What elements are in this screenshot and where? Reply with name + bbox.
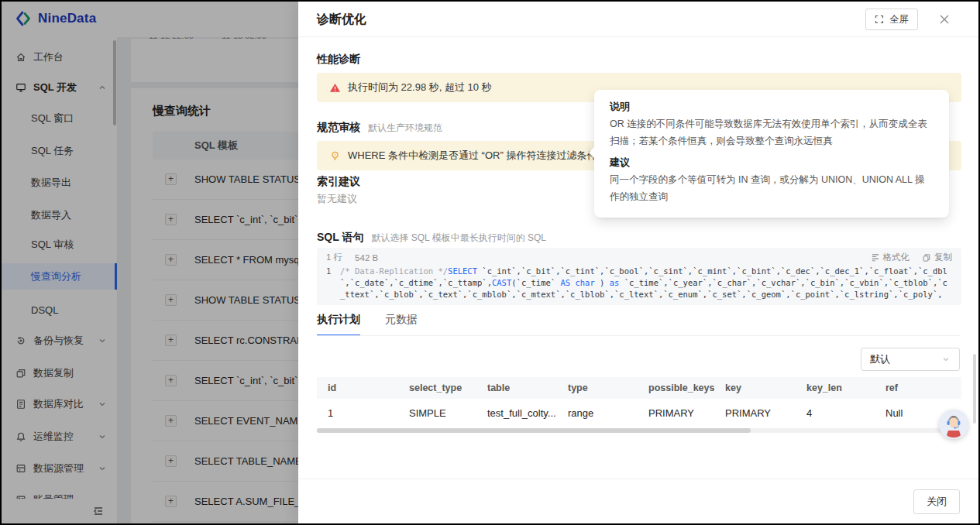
- col-id: id: [317, 383, 398, 393]
- format-label: 格式化: [883, 252, 910, 263]
- drawer-header: 诊断优化 全屏: [298, 2, 978, 37]
- sql-title: SQL 语句: [317, 231, 363, 243]
- review-title: 规范审核: [317, 121, 360, 133]
- sql-comment: /* Data-Replication */: [340, 266, 448, 276]
- line-number: 1: [326, 266, 340, 300]
- code-size: 542 B: [355, 253, 378, 262]
- cell-type: range: [557, 407, 638, 419]
- drawer-footer: 关闭: [298, 479, 978, 523]
- section-title-sql: SQL 语句默认选择 SQL 模板中最长执行时间的 SQL: [317, 231, 546, 245]
- col-table: table: [476, 383, 557, 393]
- drawer-scrollbar-thumb[interactable]: [973, 354, 976, 424]
- section-title-index: 索引建议: [317, 175, 360, 189]
- sql-keyword: AS char: [560, 278, 594, 287]
- tabs-divider: [317, 335, 960, 336]
- diagnosis-drawer: 诊断优化 全屏 性能诊断 执行时间为 22.98 秒, 超过 10 秒 规范审核…: [298, 2, 978, 523]
- plan-mode-select[interactable]: 默认: [861, 348, 960, 371]
- horizontal-scrollbar-thumb[interactable]: [317, 428, 751, 433]
- warning-triangle-icon: [329, 82, 341, 94]
- sql-keyword: CAST: [492, 278, 511, 287]
- col-possible-keys: possible_keys: [638, 383, 714, 393]
- col-type: type: [557, 383, 638, 393]
- tooltip-heading-advice: 建议: [610, 156, 934, 170]
- plan-table-header: id select_type table type possible_keys …: [317, 377, 961, 399]
- review-alert-text: WHERE 条件中检测是否通过 “OR” 操作符连接过滤条件: [348, 149, 597, 163]
- copy-icon: [922, 253, 931, 262]
- col-key: key: [714, 383, 796, 393]
- review-subtitle: 默认生产环境规范: [368, 122, 442, 133]
- drawer-title: 诊断优化: [317, 12, 366, 28]
- section-title-performance: 性能诊断: [317, 53, 360, 67]
- sql-keyword: as: [610, 278, 620, 287]
- sql-code-block: 1 行 542 B 格式化 复制 1 /* Data-Replication *…: [317, 248, 961, 305]
- chevron-down-icon: [941, 355, 951, 364]
- cell-table: test_full_colty...: [476, 407, 557, 419]
- performance-alert-text: 执行时间为 22.98 秒, 超过 10 秒: [348, 81, 492, 94]
- rule-tooltip: 说明 OR 连接的不同条件可能导致数据库无法有效使用单个索引，从而变成全表扫描；…: [594, 90, 949, 218]
- index-empty-text: 暂无建议: [317, 192, 357, 206]
- section-title-review: 规范审核默认生产环境规范: [317, 121, 442, 135]
- col-key-len: key_len: [796, 383, 875, 393]
- format-icon: [871, 253, 880, 262]
- code-body: 1 /* Data-Replication */SELECT `c_int`,`…: [317, 266, 961, 300]
- cell-possible-keys: PRIMARY: [638, 407, 714, 419]
- support-avatar-icon: [939, 410, 968, 439]
- col-select-type: select_type: [398, 383, 476, 393]
- code-header: 1 行 542 B 格式化 复制: [317, 248, 961, 266]
- copy-button[interactable]: 复制: [922, 252, 952, 263]
- cell-key-len: 4: [796, 407, 875, 419]
- col-ref: ref: [875, 383, 961, 393]
- sql-code-text: /* Data-Replication */SELECT `c_int`,`c_…: [340, 266, 952, 300]
- fullscreen-button[interactable]: 全屏: [865, 9, 918, 30]
- code-line-count: 1 行: [326, 252, 342, 263]
- tooltip-advice: 同一个字段的多个等值可转为 IN 查询，或分解为 UNION、UNION ALL…: [610, 172, 934, 205]
- tab-metadata[interactable]: 元数据: [385, 313, 418, 336]
- close-button[interactable]: 关闭: [913, 489, 960, 514]
- tooltip-heading-description: 说明: [610, 100, 934, 114]
- plan-tabs: 执行计划 元数据: [317, 313, 418, 336]
- tooltip-description: OR 连接的不同条件可能导致数据库无法有效使用单个索引，从而变成全表扫描；若某个…: [610, 116, 934, 149]
- cell-key: PRIMARY: [714, 407, 796, 419]
- fullscreen-icon: [875, 15, 884, 24]
- tab-execution-plan[interactable]: 执行计划: [317, 313, 360, 336]
- sql-fragment: ): [595, 278, 610, 287]
- cell-id: 1: [317, 407, 398, 419]
- plan-table-row: 1 SIMPLE test_full_colty... range PRIMAR…: [317, 399, 961, 427]
- select-value: 默认: [870, 352, 890, 366]
- close-icon[interactable]: [938, 13, 951, 26]
- horizontal-scrollbar-track: [317, 428, 961, 433]
- cell-select-type: SIMPLE: [398, 407, 476, 419]
- support-widget[interactable]: [939, 410, 968, 439]
- sql-keyword: SELECT: [448, 266, 477, 276]
- sql-fragment: (`c_time`: [511, 278, 560, 287]
- bulb-icon: [329, 150, 341, 162]
- format-button[interactable]: 格式化: [871, 252, 910, 263]
- fullscreen-label: 全屏: [889, 13, 909, 26]
- copy-label: 复制: [934, 252, 952, 263]
- sql-subtitle: 默认选择 SQL 模板中最长执行时间的 SQL: [371, 232, 546, 243]
- app-window: NineData 工作台 SQL 开发 SQL 窗口 SQL 任务 数据导出 数…: [0, 0, 980, 525]
